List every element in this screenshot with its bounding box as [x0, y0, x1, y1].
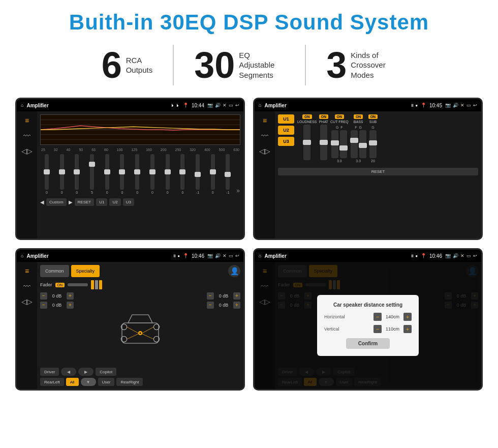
bass-slider-f[interactable] — [351, 130, 358, 158]
db-val-3: 0 dB — [216, 293, 231, 298]
volume-sidebar-icon[interactable]: ◁▷ — [21, 147, 33, 155]
u1-btn[interactable]: U1 — [278, 114, 294, 124]
camera-icon-3: 📷 — [207, 253, 213, 258]
speaker-diagram — [78, 292, 203, 366]
minus-btn-4[interactable]: − — [207, 302, 214, 309]
sub-on: ON — [368, 114, 378, 119]
eq-icon[interactable]: ≡ — [25, 116, 29, 125]
stat-label-crossover: Kinds ofCrossover Modes — [351, 50, 396, 80]
dialog-horizontal-row: Horizontal − 140cm + — [324, 313, 412, 321]
fader-slider[interactable] — [68, 283, 88, 286]
horizontal-plus-btn[interactable]: + — [403, 313, 412, 321]
fader-label: Fader — [40, 282, 52, 287]
phat-section: ON PHAT — [319, 114, 329, 163]
home-icon-4[interactable]: ⌂ — [259, 253, 261, 258]
minimize-icon-1: ▭ — [229, 103, 233, 108]
dialog-overlay: Car speaker distance setting Horizontal … — [255, 262, 481, 389]
preset-custom[interactable]: Custom — [46, 198, 67, 206]
plus-btn-4[interactable]: + — [233, 302, 240, 309]
horizontal-minus-btn[interactable]: − — [374, 313, 382, 321]
copilot-btn[interactable]: Copilot — [96, 368, 116, 376]
cutfreq-slider-f[interactable] — [340, 130, 347, 158]
cutfreq-slider-g[interactable] — [331, 130, 338, 158]
minus-btn-3[interactable]: − — [207, 292, 214, 300]
freq-32: 32 — [54, 148, 58, 152]
eq-icon-2[interactable]: ≡ — [263, 116, 267, 125]
wave-icon[interactable]: 〰 — [23, 132, 30, 140]
screens-grid: ⌂ Amplifier ⏵ ⏵ 📍 10:44 📷 🔊 ✕ ▭ ↩ ≡ 〰 ◁▷ — [15, 98, 483, 391]
u3-button-eq[interactable]: U3 — [123, 198, 134, 206]
plus-btn-1[interactable]: + — [67, 292, 74, 300]
eq-icon-3[interactable]: ≡ — [25, 267, 29, 275]
u2-button-eq[interactable]: U2 — [109, 198, 120, 206]
db-control-2: − 0 dB + — [40, 302, 74, 309]
stat-number-eq: 30 — [194, 47, 235, 83]
prev-button[interactable]: ◀ — [40, 199, 44, 205]
stats-row: 6 RCAOutputs 30 EQ AdjustableSegments 3 … — [15, 45, 483, 85]
plus-btn-3[interactable]: + — [233, 292, 240, 300]
vertical-minus-btn[interactable]: − — [374, 325, 382, 333]
volume-sidebar-icon-2[interactable]: ◁▷ — [259, 147, 270, 155]
sub-label: SUB — [369, 120, 377, 124]
fader-row: Fader ON — [40, 280, 240, 289]
cross-left-controls: − 0 dB + − 0 dB + — [40, 292, 74, 366]
home-icon-3[interactable]: ⌂ — [21, 253, 23, 258]
camera-icon-4: 📷 — [445, 253, 451, 258]
fader-on-badge: ON — [55, 283, 65, 287]
back-icon-1[interactable]: ↩ — [235, 103, 239, 108]
volume-icon-2: 🔊 — [453, 103, 458, 108]
wave-icon-3[interactable]: 〰 — [23, 282, 30, 290]
tab-specialty[interactable]: Specialty — [71, 265, 100, 277]
amp2-controls: ON LOUDNESS ON PHAT — [297, 114, 478, 163]
db-control-4: − 0 dB + — [207, 302, 240, 309]
home-icon-2[interactable]: ⌂ — [259, 103, 261, 108]
loudness-slider[interactable] — [303, 125, 310, 160]
rearright-btn[interactable]: RearRight — [116, 378, 143, 386]
minimize-icon-4: ▭ — [466, 253, 471, 258]
u3-btn[interactable]: U3 — [278, 137, 294, 146]
vertical-controls: − 110cm + — [374, 325, 412, 333]
driver-btn[interactable]: Driver — [40, 368, 59, 376]
bass-slider-g[interactable] — [359, 130, 366, 158]
minus-btn-1[interactable]: − — [40, 292, 47, 300]
plus-btn-2[interactable]: + — [67, 302, 74, 309]
tab-common[interactable]: Common — [40, 265, 69, 277]
eq-slider-5: 0 — [101, 154, 114, 194]
volume-sidebar-icon-3[interactable]: ◁▷ — [21, 297, 33, 306]
all-btn[interactable]: All — [66, 378, 79, 386]
eq-slider-7: 0 — [131, 154, 144, 194]
time-2: 10:45 — [429, 103, 442, 108]
freq-500: 500 — [219, 148, 225, 152]
phat-slider[interactable] — [320, 125, 327, 160]
u1-button-eq[interactable]: U1 — [96, 198, 107, 206]
stat-eq: 30 EQ AdjustableSegments — [174, 47, 305, 83]
db-control-3: − 0 dB + — [207, 292, 240, 300]
play-button[interactable]: ▶ — [69, 199, 73, 205]
confirm-button[interactable]: Confirm — [346, 338, 390, 349]
sub-slider[interactable] — [369, 130, 377, 158]
rearleft-btn[interactable]: RearLeft — [40, 378, 64, 386]
loudness-label: LOUDNESS — [297, 120, 317, 124]
freq-80: 80 — [104, 148, 108, 152]
wave-icon-2[interactable]: 〰 — [261, 132, 268, 140]
home-icon[interactable]: ⌂ — [21, 103, 23, 108]
back-icon-4[interactable]: ↩ — [473, 253, 477, 258]
page-title: Buith-in 30EQ DSP Sound System — [15, 10, 483, 35]
dialog-vertical-row: Vertical − 110cm + — [324, 325, 412, 333]
cross-content: Common Specialty 👤 Fader ON — [37, 262, 243, 389]
screen-crossover-dialog: ⌂ Amplifier ⏸ ● 📍 10:46 📷 🔊 ✕ ▭ ↩ ≡ — [253, 248, 483, 391]
back-icon-3[interactable]: ↩ — [235, 253, 239, 258]
left-sidebar-1: ≡ 〰 ◁▷ — [17, 111, 37, 238]
db-val-4: 0 dB — [216, 303, 231, 308]
minus-btn-2[interactable]: − — [40, 302, 47, 309]
bass-label: BASS — [354, 120, 363, 124]
freq-400: 400 — [204, 148, 210, 152]
user-btn[interactable]: User — [98, 378, 115, 386]
reset-button-eq[interactable]: RESET — [75, 198, 95, 206]
back-icon-2[interactable]: ↩ — [473, 103, 477, 108]
u2-btn[interactable]: U2 — [278, 126, 294, 135]
nav-left-icon: ◀ — [61, 368, 76, 376]
reset-button-amp2[interactable]: RESET — [278, 168, 478, 175]
bass-on: ON — [354, 114, 363, 119]
vertical-plus-btn[interactable]: + — [403, 325, 412, 333]
